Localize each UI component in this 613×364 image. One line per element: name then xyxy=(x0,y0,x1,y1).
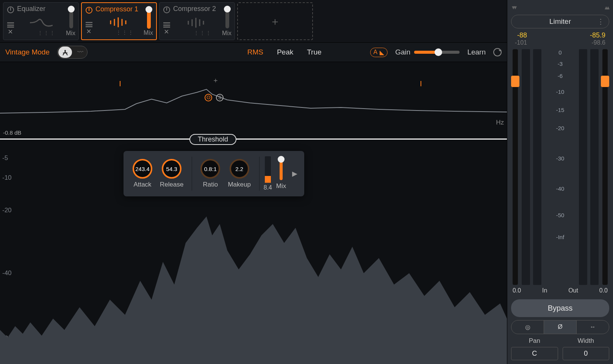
width-label: Width xyxy=(578,337,594,345)
vintage-toggle[interactable]: 〰 xyxy=(57,46,88,59)
module-compressor-2[interactable]: Compressor 2 Mix × ⋮⋮⋮ xyxy=(159,2,235,40)
width-value[interactable]: 0 xyxy=(563,347,610,360)
auto-release-button[interactable]: A◣ xyxy=(370,48,388,57)
expand-icon[interactable]: ▶ xyxy=(289,170,300,178)
panel-mix-label: Mix xyxy=(276,182,286,190)
phase-invert-icon[interactable]: Ø xyxy=(544,320,577,334)
input-marker-icon[interactable]: ⵙ xyxy=(205,94,212,101)
detection-peak[interactable]: Peak xyxy=(274,47,296,58)
ratio-knob[interactable]: 0.8:1 Ratio xyxy=(200,159,220,188)
release-label: Release xyxy=(160,181,183,188)
vintage-mode-label[interactable]: Vintage Mode xyxy=(5,48,50,56)
envelope-icon: ◣ xyxy=(380,49,384,56)
add-module-button[interactable]: ＋ xyxy=(237,2,313,40)
out-rms: -98.6 xyxy=(592,39,605,46)
in-rms: -101 xyxy=(515,39,527,46)
attack-knob[interactable]: 243.4 Attack xyxy=(133,159,152,188)
bypass-button[interactable]: Bypass xyxy=(511,299,609,317)
power-icon[interactable] xyxy=(163,6,170,13)
mix-label: Mix xyxy=(66,30,75,37)
out-fader-value[interactable]: 0.0 xyxy=(599,287,608,294)
hz-label: Hz xyxy=(496,119,504,126)
threshold-handle[interactable]: Threshold xyxy=(189,134,236,145)
learn-button[interactable]: Learn xyxy=(467,48,486,56)
input-ceiling-fader[interactable] xyxy=(513,49,518,285)
collapse-down-icon[interactable]: ▾▾ xyxy=(512,4,516,11)
in-meter-r xyxy=(533,49,541,285)
comp-bars-icon xyxy=(186,17,209,28)
gain-reduction-value: 8.4 xyxy=(264,184,272,191)
plus-icon: ＋ xyxy=(270,14,280,29)
module-strip: Equalizer Mix × ⋮⋮⋮ Compressor 1 Mix × ⋮… xyxy=(0,0,507,42)
comp-bars-icon xyxy=(108,17,131,28)
svg-point-10 xyxy=(64,50,66,51)
mix-slider[interactable] xyxy=(147,7,151,29)
module-title: Compressor 2 xyxy=(173,5,231,13)
eq-curve-icon xyxy=(30,17,53,28)
reset-icon[interactable] xyxy=(493,48,502,56)
drag-handle-icon[interactable]: ⋮⋮⋮ xyxy=(38,30,56,36)
makeup-value: 2.2 xyxy=(230,159,249,179)
stereo-link-icon[interactable]: ◎ xyxy=(511,320,544,334)
mix-label: Mix xyxy=(222,30,231,37)
power-icon[interactable] xyxy=(86,7,92,14)
pan-label: Pan xyxy=(529,337,540,345)
drag-handle-icon[interactable]: ⋮⋮⋮ xyxy=(116,30,134,36)
swap-channels-icon[interactable]: ↔ xyxy=(577,320,609,334)
threshold-line[interactable] xyxy=(0,138,507,140)
db-scale: 0 -3 -6 -10 -15 -20 -30 -40 -50 -Inf xyxy=(544,49,577,285)
meter-zone: 0 -3 -6 -10 -15 -20 -30 -40 -50 -Inf xyxy=(511,49,609,285)
stereo-mode-segment[interactable]: ◎ Ø ↔ xyxy=(511,320,609,334)
power-icon[interactable] xyxy=(7,6,14,13)
gain-label: Gain xyxy=(395,48,410,56)
drag-handle-icon[interactable]: ⋮⋮⋮ xyxy=(194,30,212,36)
gain-slider[interactable] xyxy=(414,51,460,54)
menu-dots-icon[interactable]: ⋮ xyxy=(597,17,604,26)
band-tick xyxy=(421,81,421,86)
curve-icon: 〰 xyxy=(77,49,83,56)
out-meter-l xyxy=(579,49,587,285)
collapse-up-icon[interactable]: ▴▴ xyxy=(605,4,608,11)
spectrum-fill xyxy=(0,201,507,364)
out-peak: -85.9 xyxy=(590,31,605,39)
close-icon[interactable]: × xyxy=(164,27,169,37)
out-meter-r xyxy=(590,49,599,285)
divider xyxy=(192,157,192,191)
module-equalizer[interactable]: Equalizer Mix × ⋮⋮⋮ xyxy=(3,2,79,40)
divider xyxy=(259,157,260,191)
attack-label: Attack xyxy=(133,181,151,188)
makeup-label: Makeup xyxy=(228,181,250,188)
spectrum-scope[interactable]: ＋ ⵙ S Hz -0.8 dB Threshold -5 -10 -20 -4… xyxy=(0,62,507,364)
mix-slider[interactable] xyxy=(225,6,229,28)
spectrum-line xyxy=(0,73,507,126)
output-ceiling-fader[interactable] xyxy=(602,49,608,285)
mix-label: Mix xyxy=(144,30,153,36)
crosshair-icon: ＋ xyxy=(212,76,219,85)
in-peak: -88 xyxy=(517,31,527,39)
compressor-controls-panel: 243.4 Attack 54.3 Release 0.8:1 Ratio 2.… xyxy=(124,151,304,196)
module-compressor-1[interactable]: Compressor 1 Mix × ⋮⋮⋮ xyxy=(81,2,157,40)
close-icon[interactable]: × xyxy=(8,27,13,37)
attack-value: 243.4 xyxy=(133,159,152,179)
options-bar: Vintage Mode 〰 RMS Peak True A◣ Gain Lea… xyxy=(0,42,507,62)
in-fader-value[interactable]: 0.0 xyxy=(513,287,521,294)
detection-rms[interactable]: RMS xyxy=(244,47,266,58)
pan-value[interactable]: C xyxy=(511,347,558,360)
module-title: Compressor 1 xyxy=(95,5,152,13)
ratio-label: Ratio xyxy=(203,181,218,188)
grid-label: -5 xyxy=(2,154,8,162)
mix-slider[interactable] xyxy=(69,6,73,28)
release-knob[interactable]: 54.3 Release xyxy=(160,159,183,188)
in-meter-l xyxy=(522,49,530,285)
limiter-title[interactable]: Limiter ⋮ xyxy=(511,15,609,28)
module-title: Equalizer xyxy=(17,5,75,13)
detection-true[interactable]: True xyxy=(304,47,324,58)
ratio-value: 0.8:1 xyxy=(200,159,220,179)
panel-mix-slider[interactable]: Mix xyxy=(276,157,286,190)
sidechain-marker-icon[interactable]: S xyxy=(216,94,224,101)
close-icon[interactable]: × xyxy=(86,26,91,36)
makeup-knob[interactable]: 2.2 Makeup xyxy=(228,159,250,188)
grid-label: -10 xyxy=(2,174,12,182)
limiter-sidebar: ▾▾ ▴▴ Limiter ⋮ -88 -101 -85.9 -98.6 0 -… xyxy=(507,0,613,364)
in-label: In xyxy=(542,287,547,294)
